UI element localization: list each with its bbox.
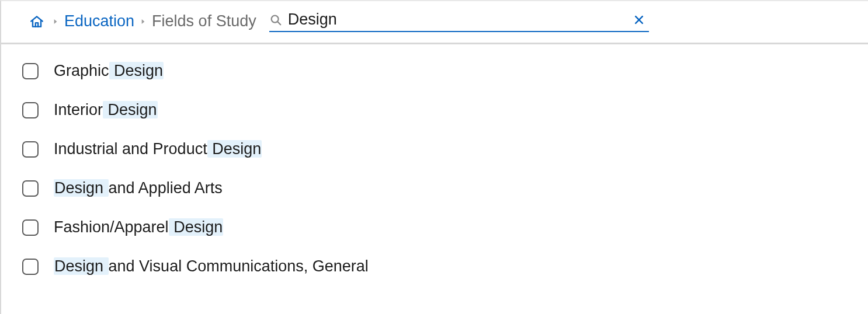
results-list: Graphic DesignInterior DesignIndustrial … [1, 44, 868, 286]
result-label: Design and Visual Communications, Genera… [54, 257, 369, 275]
result-row[interactable]: Interior Design [22, 90, 868, 130]
result-row[interactable]: Design and Visual Communications, Genera… [22, 247, 868, 286]
svg-point-0 [271, 15, 278, 22]
result-row[interactable]: Fashion/Apparel Design [22, 208, 868, 247]
svg-line-1 [277, 22, 280, 25]
result-label: Interior Design [54, 101, 158, 119]
result-row[interactable]: Design and Applied Arts [22, 169, 868, 208]
result-row[interactable]: Industrial and Product Design [22, 130, 868, 169]
result-label: Graphic Design [54, 62, 164, 80]
search-input[interactable] [288, 11, 628, 29]
breadcrumb-current: Fields of Study [152, 12, 256, 30]
result-label: Fashion/Apparel Design [54, 218, 223, 236]
search-field-wrap [269, 11, 649, 32]
home-icon[interactable] [29, 14, 44, 29]
clear-search-icon[interactable] [633, 13, 645, 26]
result-label: Design and Applied Arts [54, 179, 223, 197]
search-icon [269, 13, 282, 26]
result-label: Industrial and Product Design [54, 140, 262, 158]
chevron-right-icon [139, 18, 147, 26]
result-row[interactable]: Graphic Design [22, 57, 868, 90]
checkbox[interactable] [22, 259, 39, 275]
checkbox[interactable] [22, 180, 39, 197]
checkbox[interactable] [22, 63, 39, 79]
chevron-right-icon [51, 18, 60, 26]
breadcrumb-search-header: Education Fields of Study [1, 1, 868, 44]
checkbox[interactable] [22, 141, 39, 158]
filter-panel: Education Fields of Study [0, 0, 868, 314]
breadcrumb-education[interactable]: Education [64, 12, 134, 30]
checkbox[interactable] [22, 219, 39, 236]
checkbox[interactable] [22, 102, 39, 118]
